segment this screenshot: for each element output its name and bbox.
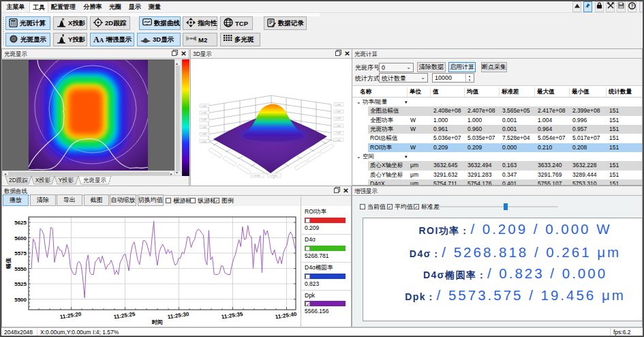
svg-text:0.0E0: 0.0E0 (335, 139, 341, 142)
svg-text:5525: 5525 (14, 281, 27, 287)
svg-text:7.372E3: 7.372E3 (269, 175, 277, 177)
svg-text:5.0E3: 5.0E3 (335, 104, 341, 106)
svg-text:11:25:35: 11:25:35 (221, 311, 243, 320)
svg-text:3.0E3: 3.0E3 (335, 117, 341, 120)
svg-text:0.0E0: 0.0E0 (201, 141, 207, 143)
svg-text:7.372E3: 7.372E3 (252, 175, 260, 177)
svg-text:2.0E3: 2.0E3 (335, 125, 341, 128)
svg-text:11:25:20: 11:25:20 (59, 311, 82, 320)
svg-text:4.0E3: 4.0E3 (335, 111, 341, 113)
svg-text:时间: 时间 (152, 319, 163, 325)
svg-text:5550: 5550 (14, 266, 27, 272)
svg-text:Y投影: Y投影 (59, 177, 74, 184)
svg-text:5.0E3: 5.0E3 (201, 105, 207, 108)
svg-text:幅值: 幅值 (5, 258, 12, 269)
svg-text:5600: 5600 (14, 235, 27, 241)
svg-text:2D跟踪: 2D跟踪 (9, 177, 28, 184)
svg-text:11:25:30: 11:25:30 (167, 311, 189, 320)
svg-text:?: ? (630, 3, 633, 8)
svg-text:2.0E3: 2.0E3 (201, 126, 207, 129)
svg-text:光斑显示: 光斑显示 (83, 177, 107, 184)
svg-text:5575: 5575 (14, 250, 27, 257)
svg-text:5500: 5500 (14, 297, 27, 303)
svg-text:X投影: X投影 (35, 177, 51, 184)
svg-text:4.0E3: 4.0E3 (201, 112, 207, 115)
svg-text:5625: 5625 (14, 220, 27, 226)
svg-text:11:25:40: 11:25:40 (275, 311, 297, 320)
svg-text:11:25:25: 11:25:25 (113, 311, 136, 320)
svg-text:3.0E3: 3.0E3 (201, 119, 207, 121)
svg-text:1.0E3: 1.0E3 (201, 133, 207, 136)
svg-text:1.0E3: 1.0E3 (335, 132, 341, 134)
